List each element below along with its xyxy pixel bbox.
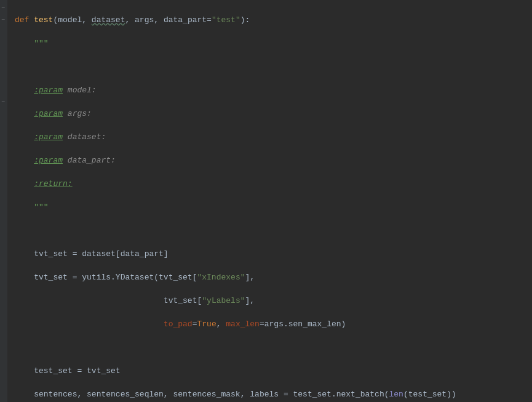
kwarg: max_len	[226, 320, 260, 329]
docstring-close: """	[34, 203, 48, 212]
doc-tag: :param	[34, 86, 63, 95]
param-dataset: dataset	[92, 15, 125, 25]
code-line: :param args:	[5, 108, 532, 119]
code-line: :param model:	[5, 84, 532, 96]
doc-param: model:	[63, 86, 97, 95]
doc-param: args:	[63, 109, 92, 118]
text: ):	[240, 15, 250, 25]
keyword-true: True	[197, 320, 216, 329]
code-line: :return:	[5, 178, 532, 190]
code-line: test_set = tvt_set	[5, 365, 532, 377]
text	[34, 296, 164, 305]
doc-tag: :param	[34, 109, 63, 118]
string-literal: "test"	[212, 15, 240, 25]
text: ],	[245, 273, 255, 282]
doc-tag: :param	[34, 132, 63, 142]
docstring-open: """	[34, 39, 48, 48]
builtin-len: len	[389, 390, 403, 399]
code-line: tvt_set["yLabels"],	[5, 295, 532, 307]
code-line	[5, 342, 532, 353]
function-name: test	[34, 15, 53, 25]
text: test_set = tvt_set	[34, 366, 120, 376]
text: (model,	[53, 15, 91, 25]
code-line: :param dataset:	[5, 131, 532, 143]
doc-tag: :return:	[34, 179, 72, 188]
code-line: tvt_set = yutils.YDataset(tvt_set["xInde…	[5, 271, 532, 283]
kwarg: to_pad	[164, 320, 193, 329]
code-line: def test(model, dataset, args, data_part…	[5, 14, 532, 26]
text: sentences, sentences_seqlen, sentences_m…	[34, 390, 389, 399]
code-line: :param data_part:	[5, 155, 532, 166]
text: args.sen_max_len)	[264, 320, 346, 329]
string-literal: "xIndexes"	[197, 273, 245, 282]
text: ],	[245, 296, 255, 305]
code-line	[5, 61, 532, 73]
keyword-def: def	[15, 15, 34, 25]
code-editor[interactable]: def test(model, dataset, args, data_part…	[0, 0, 532, 402]
text: =	[260, 320, 264, 329]
text: ,	[216, 320, 226, 329]
code-line: """	[5, 201, 532, 213]
text: tvt_set = dataset[data_part]	[34, 249, 168, 259]
text: tvt_set = yutils.YDataset(tvt_set[	[34, 273, 197, 282]
code-line: """	[5, 38, 532, 49]
doc-tag: :param	[34, 156, 63, 165]
doc-param: dataset:	[63, 132, 106, 142]
text: (test_set))	[403, 390, 456, 399]
code-line: tvt_set = dataset[data_part]	[5, 248, 532, 260]
text: , args, data_part=	[125, 15, 211, 25]
code-line: sentences, sentences_seqlen, sentences_m…	[5, 388, 532, 400]
code-line	[5, 225, 532, 236]
text	[34, 320, 164, 329]
code-line: to_pad=True, max_len=args.sen_max_len)	[5, 318, 532, 330]
text: tvt_set[	[164, 296, 202, 305]
string-literal: "yLabels"	[202, 296, 245, 305]
doc-param: data_part:	[63, 156, 116, 165]
